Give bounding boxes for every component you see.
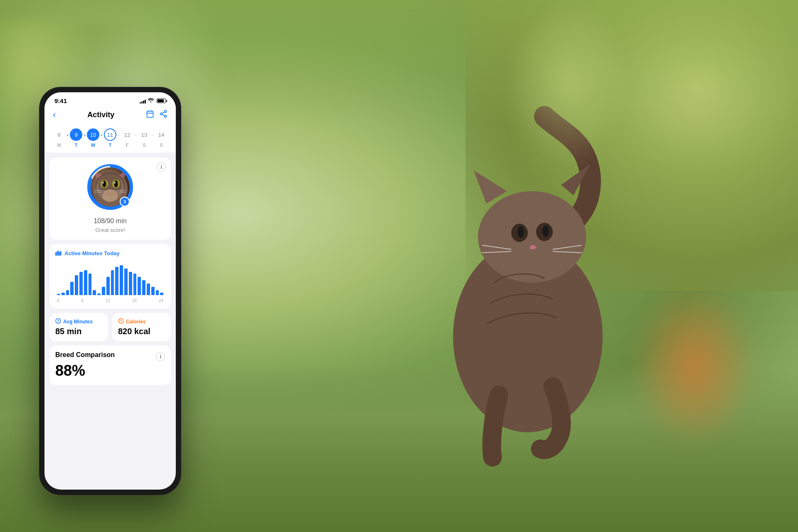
calories-label: Calories [126, 319, 145, 325]
stats-row: Avg Minutes 85 min Calories 820 kcal [49, 313, 171, 341]
bg-top [466, 0, 798, 291]
bar-19 [142, 280, 145, 295]
battery-fill [158, 99, 164, 102]
svg-rect-46 [60, 251, 62, 256]
svg-rect-43 [57, 251, 58, 256]
score-current: 108 [94, 217, 105, 224]
day-item-wed[interactable]: 10 W [85, 128, 101, 148]
score-card: ℹ [49, 158, 171, 240]
chart-header: Active Minutes Today [55, 250, 165, 257]
day-number-tue: 9 [70, 128, 82, 141]
stat-header-minutes: Avg Minutes [55, 318, 102, 325]
svg-line-20 [162, 114, 165, 116]
stat-header-calories: Calories [118, 318, 165, 325]
svg-rect-42 [55, 252, 57, 256]
day-item-fri[interactable]: 12 F [119, 128, 135, 148]
battery-icon [157, 99, 166, 103]
day-label-tue: T [75, 143, 78, 148]
svg-rect-44 [58, 251, 59, 256]
day-item-mon[interactable]: 8 M [51, 128, 67, 148]
bar-20 [147, 283, 150, 295]
breed-comparison-title: Breed Comparison [55, 351, 115, 359]
bar-22 [156, 290, 159, 295]
bar-12 [111, 270, 114, 295]
day-label-thu: T [109, 143, 112, 148]
svg-point-19 [164, 115, 166, 117]
score-value: 108/90 min [94, 213, 126, 226]
bar-1 [62, 293, 65, 295]
signal-bar-4 [145, 100, 146, 103]
bar-2 [66, 290, 69, 295]
svg-point-41 [102, 190, 118, 202]
day-label-wed: W [91, 143, 95, 148]
scroll-content: ℹ [44, 153, 176, 390]
day-label-fri: F [126, 143, 129, 148]
status-icons [140, 98, 166, 104]
breed-comparison-section: Breed Comparison ℹ 88% [49, 345, 171, 385]
signal-bar-2 [141, 101, 143, 103]
day-number-fri: 12 [121, 128, 133, 141]
breed-percentage: 88% [55, 362, 85, 379]
calories-icon [118, 318, 124, 325]
bar-21 [151, 287, 155, 295]
back-button[interactable]: ‹ [53, 109, 56, 120]
svg-point-33 [114, 180, 118, 187]
calories-value: 820 kcal [118, 327, 150, 336]
x-label-0: 0 [57, 298, 59, 303]
day-number-wed: 10 [87, 128, 99, 141]
day-picker: 8 M 9 T 10 W 11 T [44, 125, 176, 153]
day-item-tue[interactable]: 9 T [68, 128, 84, 148]
day-item-sat[interactable]: 13 S [136, 128, 152, 148]
svg-point-18 [160, 113, 162, 115]
day-item-thu[interactable]: 11 T [102, 128, 118, 148]
avg-minutes-icon [55, 318, 61, 325]
day-number-mon: 8 [53, 128, 65, 141]
svg-point-17 [164, 110, 166, 112]
day-label-sun: S [160, 143, 163, 148]
phone-body: 9:41 ‹ [39, 87, 181, 495]
bar-8 [93, 290, 96, 295]
signal-bar-1 [140, 102, 141, 103]
breed-info-button[interactable]: ℹ [156, 352, 165, 361]
bar-10 [102, 287, 105, 295]
chart-x-labels: 0 6 12 18 24 [55, 297, 165, 303]
day-number-thu: 11 [104, 128, 116, 141]
day-number-sat: 13 [138, 128, 150, 141]
score-info-button[interactable]: ℹ [157, 163, 166, 172]
bar-18 [138, 277, 141, 295]
phone-screen: 9:41 ‹ [44, 92, 176, 490]
x-label-18: 18 [132, 298, 137, 303]
score-unit: min [114, 217, 126, 224]
share-icon[interactable] [159, 110, 167, 120]
header-icons [146, 110, 167, 120]
stat-card-minutes: Avg Minutes 85 min [49, 313, 108, 341]
day-item-sun[interactable]: 14 S [153, 128, 169, 148]
svg-point-32 [102, 180, 106, 187]
avg-minutes-value: 85 min [55, 327, 81, 336]
bar-4 [75, 275, 78, 295]
day-number-sun: 14 [155, 128, 167, 141]
bar-5 [79, 272, 83, 295]
chart-bar-icon [55, 250, 62, 257]
svg-rect-13 [147, 111, 153, 117]
svg-line-21 [162, 112, 165, 113]
bar-6 [84, 270, 87, 295]
svg-rect-45 [59, 252, 60, 256]
bar-16 [129, 272, 132, 295]
svg-point-34 [102, 182, 104, 184]
bar-13 [115, 267, 118, 295]
status-time: 9:41 [54, 97, 67, 104]
bar-3 [70, 282, 74, 295]
stat-card-calories: Calories 820 kcal [112, 313, 171, 341]
score-badge: 3 [120, 197, 130, 207]
chart-title: Active Minutes Today [64, 250, 120, 256]
bar-15 [124, 268, 128, 295]
signal-bar-3 [143, 101, 144, 103]
bar-17 [133, 273, 137, 295]
score-target: 90 [107, 217, 114, 224]
avg-minutes-label: Avg Minutes [63, 319, 93, 325]
calendar-icon[interactable] [146, 110, 154, 120]
bar-9 [97, 293, 101, 295]
bar-0 [57, 294, 60, 295]
day-label-mon: M [57, 143, 61, 148]
